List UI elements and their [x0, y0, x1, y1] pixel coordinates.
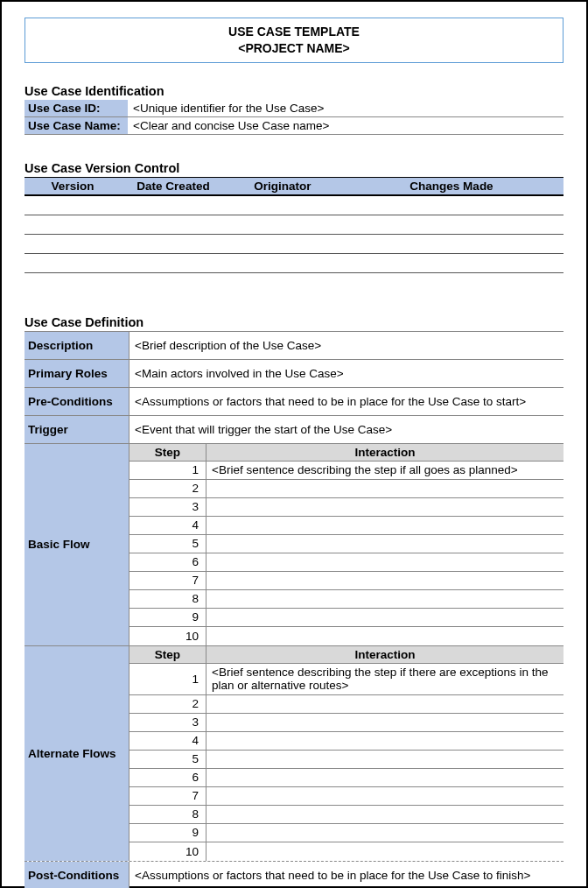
basic-step-row: 8	[130, 590, 564, 609]
alt-step-col: Step	[130, 646, 206, 663]
version-col-version: Version	[24, 180, 121, 193]
step-num: 4	[130, 732, 206, 750]
primary-roles-row: Primary Roles <Main actors involved in t…	[24, 359, 564, 387]
post-conditions-value[interactable]: <Assumptions or factors that need to be …	[130, 862, 564, 888]
use-case-name-value[interactable]: <Clear and concise Use Case name>	[128, 117, 564, 134]
alternate-flows-label: Alternate Flows	[24, 646, 130, 861]
version-section: Use Case Version Control Version Date Cr…	[24, 161, 564, 273]
alt-step-row: 8	[130, 806, 564, 824]
step-num: 9	[130, 609, 206, 626]
step-num: 2	[130, 480, 206, 497]
step-num: 2	[130, 695, 206, 713]
step-text[interactable]	[206, 627, 564, 645]
trigger-label: Trigger	[24, 416, 130, 443]
alt-step-row: 1<Brief sentence describing the step if …	[130, 664, 564, 695]
version-row[interactable]	[24, 196, 564, 215]
document-page: USE CASE TEMPLATE <PROJECT NAME> Use Cas…	[0, 0, 588, 888]
alt-step-row: 4	[130, 732, 564, 751]
step-text[interactable]	[206, 787, 564, 805]
basic-step-row: 5	[130, 535, 564, 553]
step-text[interactable]	[206, 572, 564, 589]
trigger-row: Trigger <Event that will trigger the sta…	[24, 415, 564, 443]
step-num: 10	[130, 627, 206, 645]
step-num: 7	[130, 787, 206, 805]
step-text[interactable]	[206, 535, 564, 553]
step-num: 6	[130, 769, 206, 786]
step-text[interactable]	[206, 695, 564, 713]
version-row[interactable]	[24, 235, 564, 254]
alternate-flow-grid: Step Interaction 1<Brief sentence descri…	[130, 646, 564, 861]
alt-step-header: Step Interaction	[130, 646, 564, 664]
step-text[interactable]	[206, 824, 564, 842]
step-num: 3	[130, 498, 206, 516]
basic-step-col: Step	[130, 444, 206, 461]
version-row[interactable]	[24, 215, 564, 235]
step-text[interactable]	[206, 609, 564, 626]
version-header-row: Version Date Created Originator Changes …	[24, 177, 564, 196]
step-text[interactable]: <Brief sentence describing the step if a…	[206, 462, 564, 479]
step-num: 7	[130, 572, 206, 589]
identification-heading: Use Case Identification	[24, 84, 564, 98]
step-num: 8	[130, 806, 206, 823]
primary-roles-label: Primary Roles	[24, 360, 130, 387]
step-text[interactable]	[206, 732, 564, 750]
step-num: 8	[130, 590, 206, 608]
step-num: 5	[130, 751, 206, 768]
description-value[interactable]: <Brief description of the Use Case>	[130, 332, 564, 359]
title-box: USE CASE TEMPLATE <PROJECT NAME>	[24, 18, 564, 63]
use-case-id-value[interactable]: <Unique identifier for the Use Case>	[128, 100, 564, 116]
trigger-value[interactable]: <Event that will trigger the start of th…	[130, 416, 564, 443]
identification-section: Use Case Identification Use Case ID: <Un…	[24, 84, 564, 135]
pre-conditions-row: Pre-Conditions <Assumptions or factors t…	[24, 387, 564, 415]
pre-conditions-value[interactable]: <Assumptions or factors that need to be …	[130, 388, 564, 415]
basic-step-header: Step Interaction	[130, 444, 564, 462]
basic-step-row: 3	[130, 498, 564, 517]
basic-interaction-col: Interaction	[206, 444, 564, 461]
step-text[interactable]	[206, 498, 564, 516]
alt-step-row: 5	[130, 751, 564, 769]
step-text[interactable]	[206, 842, 564, 861]
step-text[interactable]	[206, 806, 564, 823]
basic-step-row: 9	[130, 609, 564, 627]
basic-step-row: 4	[130, 517, 564, 535]
description-label: Description	[24, 332, 130, 359]
identification-row-name: Use Case Name: <Clear and concise Use Ca…	[24, 117, 564, 135]
alt-step-row: 2	[130, 695, 564, 714]
step-text[interactable]: <Brief sentence describing the step if t…	[206, 664, 564, 694]
basic-step-row: 10	[130, 627, 564, 645]
step-num: 3	[130, 714, 206, 731]
step-text[interactable]	[206, 714, 564, 731]
definition-heading: Use Case Definition	[24, 315, 564, 329]
version-row[interactable]	[24, 254, 564, 273]
description-row: Description <Brief description of the Us…	[24, 331, 564, 359]
basic-flow-grid: Step Interaction 1<Brief sentence descri…	[130, 444, 564, 645]
step-text[interactable]	[206, 769, 564, 786]
primary-roles-value[interactable]: <Main actors involved in the Use Case>	[130, 360, 564, 387]
version-col-changes: Changes Made	[340, 180, 564, 193]
step-text[interactable]	[206, 480, 564, 497]
definition-section: Use Case Definition Description <Brief d…	[24, 315, 564, 888]
alt-step-row: 3	[130, 714, 564, 732]
post-conditions-label: Post-Conditions	[24, 862, 130, 888]
step-text[interactable]	[206, 517, 564, 534]
use-case-name-label: Use Case Name:	[24, 117, 128, 134]
alt-interaction-col: Interaction	[206, 646, 564, 663]
title-line1: USE CASE TEMPLATE	[25, 24, 563, 40]
step-text[interactable]	[206, 553, 564, 571]
step-text[interactable]	[206, 751, 564, 768]
basic-step-row: 7	[130, 572, 564, 590]
step-text[interactable]	[206, 590, 564, 608]
basic-step-row: 6	[130, 553, 564, 572]
alt-step-row: 6	[130, 769, 564, 787]
step-num: 1	[130, 664, 206, 694]
step-num: 5	[130, 535, 206, 553]
alt-step-row: 10	[130, 842, 564, 861]
basic-step-row: 1<Brief sentence describing the step if …	[130, 462, 564, 480]
step-num: 1	[130, 462, 206, 479]
version-col-date: Date Created	[121, 180, 226, 193]
step-num: 6	[130, 553, 206, 571]
step-num: 10	[130, 842, 206, 861]
title-line2: <PROJECT NAME>	[25, 40, 563, 57]
basic-flow-row: Basic Flow Step Interaction 1<Brief sent…	[24, 443, 564, 645]
alt-step-row: 9	[130, 824, 564, 842]
